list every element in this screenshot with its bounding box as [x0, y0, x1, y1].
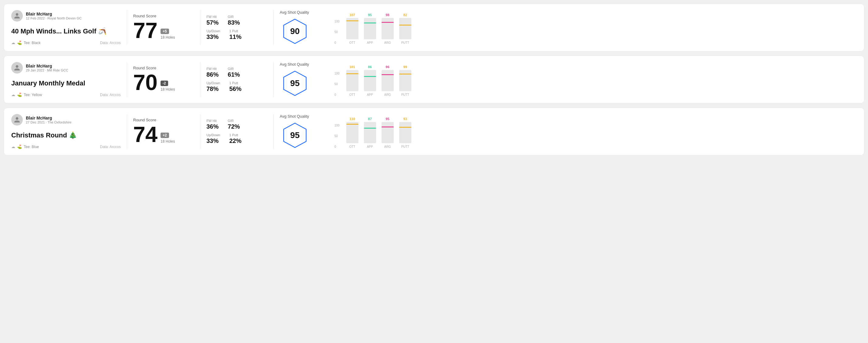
- divider: [200, 62, 200, 97]
- user-name: Blair McHarg: [26, 64, 68, 68]
- stat-value-oneputt: 56%: [229, 86, 241, 92]
- bar-x-label: ARG: [384, 41, 391, 44]
- bar-wrapper: [399, 122, 411, 143]
- bar-wrapper: [364, 70, 376, 91]
- bar-top-value: 101: [350, 65, 355, 69]
- stat-label-fw-hit: FW Hit: [207, 67, 219, 70]
- y-label-0: 0: [335, 93, 340, 96]
- round-title: Christmas Round 🎄: [11, 131, 121, 139]
- bar-group-ott: 107OTT: [346, 13, 359, 44]
- bar-group-app: 87APP: [364, 117, 376, 148]
- bar-top-value: 99: [403, 65, 407, 69]
- stat-label-oneputt: 1 Putt: [229, 81, 241, 85]
- score-section: Round Score77+518 Holes: [133, 10, 194, 45]
- stats-section: FW Hit86%GIR61%Up/Down78%1 Putt56%: [207, 62, 267, 97]
- bag-icon: ⛳: [17, 145, 22, 149]
- bar-line: [364, 23, 376, 23]
- data-source: Data: Arccos: [100, 41, 121, 45]
- bar-chart: 100 50 0 107OTT95APP98ARG82PUTT: [335, 11, 857, 44]
- bar-line: [364, 76, 376, 77]
- stat-gir: GIR72%: [228, 119, 240, 130]
- data-source: Data: Arccos: [100, 93, 121, 97]
- bar-top-value: 93: [403, 117, 407, 121]
- tee-row: ☁⛳Tee: YellowData: Arccos: [11, 92, 121, 97]
- y-label-50: 50: [335, 31, 340, 34]
- bar-wrapper: [346, 122, 359, 143]
- score-modifier-badge: +5: [160, 29, 169, 34]
- chart-section: 100 50 0 107OTT95APP98ARG82PUTT: [328, 10, 857, 45]
- stat-updown: Up/Down33%: [207, 133, 220, 145]
- bar-wrapper: [364, 18, 376, 39]
- stat-label-gir: GIR: [228, 15, 240, 19]
- bar-group-putt: 82PUTT: [399, 13, 411, 44]
- stat-value-fw-hit: 57%: [207, 19, 219, 26]
- stat-label-gir: GIR: [228, 67, 240, 70]
- tee-label: Tee: Blue: [24, 145, 39, 149]
- tee-label: Tee: Yellow: [24, 93, 42, 97]
- y-label-50: 50: [335, 83, 340, 86]
- bar-wrapper: [364, 122, 376, 143]
- stat-value-gir: 72%: [228, 123, 240, 130]
- stat-oneputt: 1 Putt22%: [229, 133, 241, 145]
- weather-icon: ☁: [11, 40, 15, 45]
- bar-top-value: 95: [386, 117, 390, 121]
- chart-y-axis: 100 50 0: [335, 72, 340, 96]
- divider: [127, 10, 127, 45]
- bar-top-value: 96: [386, 65, 390, 69]
- bag-icon: ⛳: [17, 92, 22, 97]
- stats-row-2: Up/Down78%1 Putt56%: [207, 81, 267, 92]
- quality-label: Avg Shot Quality: [280, 10, 309, 14]
- bar-fill: [364, 70, 376, 91]
- bar-group-putt: 93PUTT: [399, 117, 411, 148]
- chart-section: 100 50 0 101OTT86APP96ARG99PUTT: [328, 62, 857, 97]
- stat-label-updown: Up/Down: [207, 81, 220, 85]
- quality-score: 95: [290, 130, 300, 140]
- user-name: Blair McHarg: [26, 11, 82, 17]
- stat-label-fw-hit: FW Hit: [207, 119, 219, 123]
- stats-row-1: FW Hit57%GIR83%: [207, 15, 267, 26]
- stat-label-oneputt: 1 Putt: [229, 29, 241, 33]
- bar-line: [346, 20, 359, 21]
- quality-section: Avg Shot Quality 95: [280, 62, 328, 97]
- divider: [273, 62, 274, 97]
- bar-fill: [364, 122, 376, 143]
- bar-line: [381, 74, 394, 75]
- bar-line: [381, 126, 394, 127]
- bar-fill: [399, 70, 411, 91]
- y-label-0: 0: [335, 41, 340, 44]
- stat-value-updown: 33%: [207, 33, 220, 40]
- bar-wrapper: [381, 18, 394, 39]
- divider: [127, 114, 127, 149]
- score-holes: 18 Holes: [160, 35, 175, 39]
- bar-top-value: 107: [350, 13, 355, 17]
- stats-row-2: Up/Down33%1 Putt22%: [207, 133, 267, 145]
- bar-wrapper: [381, 70, 394, 91]
- score-modifier-badge: -2: [160, 81, 168, 86]
- round-card: Blair McHarg27 Dec 2021 · The Oxfordshir…: [4, 107, 864, 155]
- tee-icons: ☁⛳Tee: Black: [11, 40, 40, 45]
- bar-line: [381, 22, 394, 23]
- bar-group-putt: 99PUTT: [399, 65, 411, 96]
- y-label-100: 100: [335, 20, 340, 23]
- bar-chart: 100 50 0 101OTT86APP96ARG99PUTT: [335, 63, 857, 96]
- quality-label: Avg Shot Quality: [280, 114, 309, 119]
- tee-row: ☁⛳Tee: BlackData: Arccos: [11, 40, 121, 45]
- bar-x-label: PUTT: [401, 41, 409, 44]
- quality-score: 95: [290, 79, 300, 88]
- bar-x-label: PUTT: [401, 93, 409, 96]
- bar-fill: [381, 18, 394, 39]
- bar-x-label: ARG: [384, 93, 391, 96]
- bar-fill: [346, 122, 359, 143]
- chart-y-axis: 100 50 0: [335, 124, 340, 148]
- bar-line: [346, 124, 359, 125]
- bar-x-label: PUTT: [401, 145, 409, 148]
- score-detail: +218 Holes: [160, 132, 175, 145]
- score-number: 74: [133, 123, 157, 145]
- score-section: Round Score70-218 Holes: [133, 62, 194, 97]
- bar-group-arg: 96ARG: [381, 65, 394, 96]
- bar-wrapper: [399, 18, 411, 39]
- score-holes: 18 Holes: [160, 139, 175, 144]
- user-meta: 27 Dec 2021 · The Oxfordshire: [26, 120, 71, 124]
- bar-x-label: OTT: [349, 41, 355, 44]
- score-main: 77+518 Holes: [133, 20, 194, 41]
